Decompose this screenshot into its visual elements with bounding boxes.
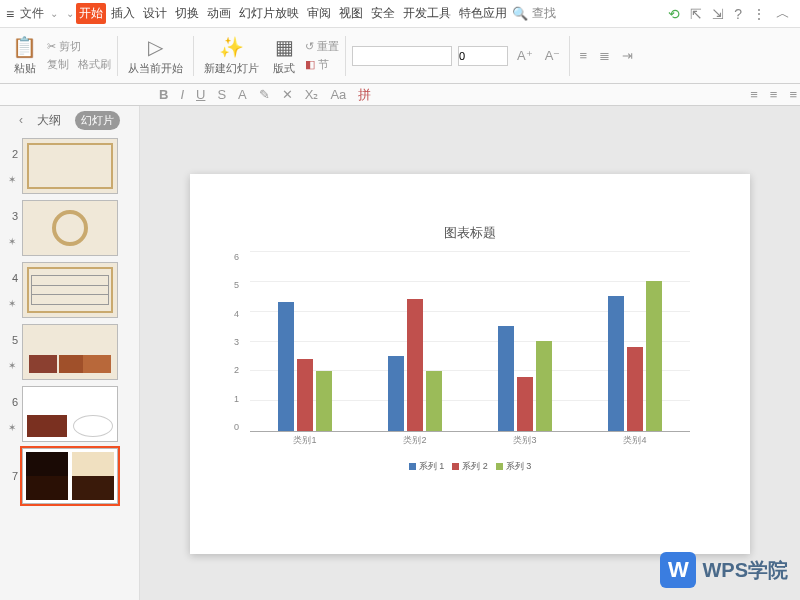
- file-menu[interactable]: 文件: [16, 5, 48, 22]
- slide-canvas[interactable]: 图表标题 6543210 类别1类别2类别3类别4 系列 1系列 2系列 3: [140, 106, 800, 600]
- font-name-select[interactable]: [352, 46, 452, 66]
- more-icon[interactable]: ⋮: [748, 6, 770, 22]
- bar[interactable]: [388, 356, 404, 431]
- strike-button[interactable]: S: [214, 87, 229, 102]
- watermark-text: WPS学院: [702, 557, 788, 584]
- tab-review[interactable]: 审阅: [304, 3, 334, 24]
- collapse-icon[interactable]: ︿: [772, 5, 794, 23]
- slide-thumb-6[interactable]: [22, 386, 118, 442]
- chart-title: 图表标题: [230, 224, 710, 242]
- slide-tools: ↺重置 ◧节: [305, 39, 339, 72]
- layout-label: 版式: [273, 61, 295, 76]
- bold-button[interactable]: B: [156, 87, 171, 102]
- tab-animation[interactable]: 动画: [204, 3, 234, 24]
- section-label: 节: [318, 57, 329, 72]
- animation-star-icon: ✶: [8, 422, 16, 433]
- increase-font-button[interactable]: A⁺: [514, 48, 536, 63]
- tab-transition[interactable]: 切换: [172, 3, 202, 24]
- new-slide-button[interactable]: ✨ 新建幻灯片: [200, 35, 263, 76]
- play-icon: ▷: [148, 35, 163, 59]
- underline-button[interactable]: U: [193, 87, 208, 102]
- start-slideshow-button[interactable]: ▷ 从当前开始: [124, 35, 187, 76]
- tab-slideshow[interactable]: 幻灯片放映: [236, 3, 302, 24]
- numbering-button[interactable]: ≣: [596, 48, 613, 63]
- case-button[interactable]: Aa: [327, 87, 349, 102]
- outline-tab[interactable]: 大纲: [31, 110, 67, 131]
- panel-tabs: ‹ 大纲 幻灯片: [0, 106, 139, 134]
- search-icon[interactable]: 🔍: [512, 6, 528, 21]
- chevron-down-icon[interactable]: ⌄: [50, 8, 58, 19]
- align-left-button[interactable]: ≡: [747, 87, 761, 102]
- cloud-sync-icon[interactable]: ⟲: [664, 6, 684, 22]
- back-icon[interactable]: ‹: [19, 113, 23, 127]
- export-icon[interactable]: ⇲: [708, 6, 728, 22]
- bar[interactable]: [627, 347, 643, 431]
- slide-panel: ‹ 大纲 幻灯片 2✶ 3✶ 4✶ 5✶ 6✶: [0, 106, 140, 600]
- search-label[interactable]: 查找: [530, 5, 558, 22]
- start-label: 从当前开始: [128, 61, 183, 76]
- thumb-row[interactable]: 4✶: [6, 262, 133, 318]
- bar[interactable]: [517, 377, 533, 431]
- thumb-row[interactable]: 6✶: [6, 386, 133, 442]
- indent-button[interactable]: ⇥: [619, 48, 636, 63]
- current-slide[interactable]: 图表标题 6543210 类别1类别2类别3类别4 系列 1系列 2系列 3: [190, 174, 750, 554]
- bar[interactable]: [608, 296, 624, 431]
- decrease-font-button[interactable]: A⁻: [542, 48, 564, 63]
- bar[interactable]: [278, 302, 294, 431]
- cut-label: 剪切: [59, 39, 81, 54]
- bar[interactable]: [646, 281, 662, 431]
- section-button[interactable]: ◧节: [305, 57, 339, 72]
- tab-features[interactable]: 特色应用: [456, 3, 510, 24]
- align-right-button[interactable]: ≡: [786, 87, 800, 102]
- paste-button[interactable]: 📋 粘贴: [8, 35, 41, 76]
- help-icon[interactable]: ?: [730, 6, 746, 22]
- x-axis: 类别1类别2类别3类别4: [250, 434, 690, 452]
- slide-thumb-5[interactable]: [22, 324, 118, 380]
- font-color-button[interactable]: A: [235, 87, 250, 102]
- align-center-button[interactable]: ≡: [767, 87, 781, 102]
- thumb-row[interactable]: 5✶: [6, 324, 133, 380]
- thumb-row[interactable]: 3✶: [6, 200, 133, 256]
- ribbon-toolbar: 📋 粘贴 ✂剪切 复制 格式刷 ▷ 从当前开始 ✨ 新建幻灯片 ▦ 版式 ↺重置…: [0, 28, 800, 84]
- subscript-button[interactable]: X₂: [302, 87, 322, 102]
- tab-start[interactable]: 开始: [76, 3, 106, 24]
- bar[interactable]: [426, 371, 442, 431]
- bar[interactable]: [316, 371, 332, 431]
- cut-button[interactable]: ✂剪切: [47, 39, 111, 54]
- clear-format-button[interactable]: ✕: [279, 87, 296, 102]
- slide-thumb-3[interactable]: [22, 200, 118, 256]
- slide-number: 5: [6, 334, 18, 346]
- tab-design[interactable]: 设计: [140, 3, 170, 24]
- tab-devtools[interactable]: 开发工具: [400, 3, 454, 24]
- pinyin-button[interactable]: 拼: [355, 86, 374, 104]
- tab-view[interactable]: 视图: [336, 3, 366, 24]
- reset-button[interactable]: ↺重置: [305, 39, 339, 54]
- bar[interactable]: [407, 299, 423, 431]
- animation-star-icon: ✶: [8, 174, 16, 185]
- italic-button[interactable]: I: [177, 87, 187, 102]
- sparkle-icon: ✨: [219, 35, 244, 59]
- wps-logo-icon: W: [660, 552, 696, 588]
- bar[interactable]: [498, 326, 514, 431]
- chevron-down-icon[interactable]: ⌄: [66, 8, 74, 19]
- slide-thumb-2[interactable]: [22, 138, 118, 194]
- bar[interactable]: [536, 341, 552, 431]
- thumb-row[interactable]: 7: [6, 448, 133, 504]
- format-painter-button[interactable]: 格式刷: [78, 57, 111, 72]
- paste-label: 粘贴: [14, 61, 36, 76]
- copy-button[interactable]: 复制: [47, 57, 69, 72]
- tab-insert[interactable]: 插入: [108, 3, 138, 24]
- font-size-select[interactable]: [458, 46, 508, 66]
- layout-button[interactable]: ▦ 版式: [269, 35, 299, 76]
- menu-icon[interactable]: ≡: [6, 6, 14, 22]
- highlight-button[interactable]: ✎: [256, 87, 273, 102]
- share-icon[interactable]: ⇱: [686, 6, 706, 22]
- slide-thumb-7[interactable]: [22, 448, 118, 504]
- bullets-button[interactable]: ≡: [576, 48, 590, 63]
- slide-thumb-4[interactable]: [22, 262, 118, 318]
- chart[interactable]: 6543210 类别1类别2类别3类别4: [250, 252, 690, 452]
- thumb-row[interactable]: 2✶: [6, 138, 133, 194]
- bar[interactable]: [297, 359, 313, 431]
- tab-security[interactable]: 安全: [368, 3, 398, 24]
- slides-tab[interactable]: 幻灯片: [75, 111, 120, 130]
